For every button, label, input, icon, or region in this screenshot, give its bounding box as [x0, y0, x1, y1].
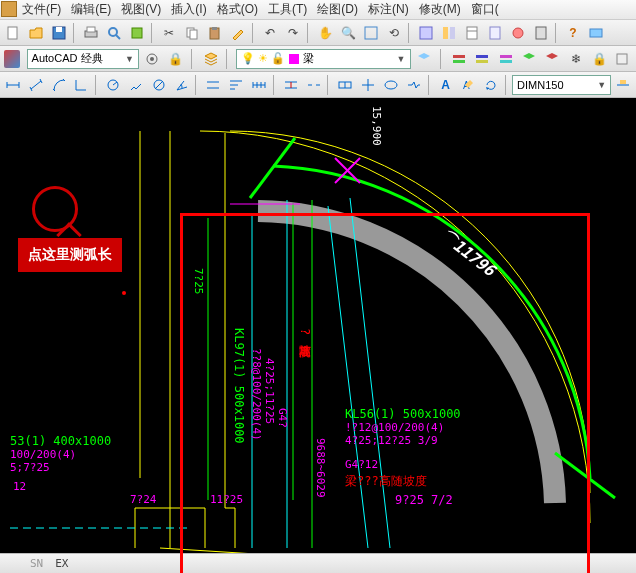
svg-rect-27 [476, 60, 488, 63]
tool-palette-button[interactable] [461, 22, 483, 44]
layer-more-button[interactable] [613, 48, 632, 70]
redo-button[interactable]: ↷ [282, 22, 304, 44]
layer-state1-button[interactable] [449, 48, 468, 70]
menu-format[interactable]: 格式(O) [217, 1, 258, 18]
preview-button[interactable] [103, 22, 125, 44]
bulb-icon: 💡 [241, 52, 255, 65]
left-beam-label: 53(1) 400x1000 [10, 434, 111, 448]
palette-toggle-button[interactable] [585, 22, 607, 44]
dim-radius-button[interactable] [102, 74, 124, 96]
svg-rect-30 [617, 54, 627, 64]
menu-edit[interactable]: 编辑(E) [71, 1, 111, 18]
svg-rect-7 [132, 28, 142, 38]
markup-button[interactable] [507, 22, 529, 44]
sheet-set-button[interactable] [484, 22, 506, 44]
dim-linear-button[interactable] [2, 74, 24, 96]
calc-button[interactable] [530, 22, 552, 44]
copy-button[interactable] [181, 22, 203, 44]
dim-angular-button[interactable] [171, 74, 193, 96]
status-ex[interactable]: EX [55, 557, 68, 570]
svg-rect-26 [476, 55, 488, 58]
dim-jog-button[interactable] [125, 74, 147, 96]
dimstyle-combo[interactable]: DIMN150 ▼ [512, 75, 611, 95]
layer-manager-button[interactable] [201, 48, 220, 70]
dim-inspect-button[interactable] [380, 74, 402, 96]
layer-combo[interactable]: 💡 ☀ 🔓 梁 ▼ [236, 49, 411, 69]
workspace-settings-button[interactable] [143, 48, 162, 70]
menu-tools[interactable]: 工具(T) [268, 1, 307, 18]
svg-rect-29 [500, 60, 512, 63]
publish-button[interactable] [126, 22, 148, 44]
dim-ord-button[interactable] [70, 74, 92, 96]
layer-state2-button[interactable] [473, 48, 492, 70]
dim-continue-button[interactable] [248, 74, 270, 96]
cut-button[interactable]: ✂ [158, 22, 180, 44]
layer-color-swatch [289, 54, 299, 64]
layer-lock-button[interactable]: 🔒 [589, 48, 608, 70]
dim-joglin-button[interactable] [403, 74, 425, 96]
menu-bar: 文件(F) 编辑(E) 视图(V) 插入(I) 格式(O) 工具(T) 绘图(D… [0, 0, 636, 20]
dim-aligned-button[interactable] [25, 74, 47, 96]
bottom-dim1: 7?24 [130, 493, 157, 506]
save-button[interactable] [48, 22, 70, 44]
sun-icon: ☀ [258, 52, 268, 65]
svg-line-44 [155, 81, 163, 89]
menu-file[interactable]: 文件(F) [22, 1, 61, 18]
layer-state3-button[interactable] [496, 48, 515, 70]
layer-off-button[interactable] [543, 48, 562, 70]
svg-rect-4 [87, 27, 95, 32]
dc-button[interactable] [438, 22, 460, 44]
layer-name: 梁 [303, 51, 314, 66]
workspace-combo[interactable]: AutoCAD 经典 ▼ [27, 49, 139, 69]
dimstyle-manager-button[interactable] [612, 74, 634, 96]
svg-line-37 [53, 89, 55, 91]
menu-dimension[interactable]: 标注(N) [368, 1, 409, 18]
dim-tolerance-button[interactable] [334, 74, 356, 96]
dim-baseline-button[interactable] [225, 74, 247, 96]
svg-line-6 [116, 35, 120, 39]
zoom-window-button[interactable] [360, 22, 382, 44]
help-button[interactable]: ? [562, 22, 584, 44]
layer-freeze-button[interactable]: ❄ [566, 48, 585, 70]
pan-button[interactable]: ✋ [314, 22, 336, 44]
match-button[interactable] [227, 22, 249, 44]
paste-button[interactable] [204, 22, 226, 44]
zoom-prev-button[interactable]: ⟲ [383, 22, 405, 44]
layer-prev-button[interactable] [415, 48, 434, 70]
zoom-rt-button[interactable]: 🔍 [337, 22, 359, 44]
svg-rect-21 [590, 29, 602, 37]
menu-insert[interactable]: 插入(I) [171, 1, 206, 18]
open-button[interactable] [25, 22, 47, 44]
dim-center-button[interactable] [357, 74, 379, 96]
layer-iso-button[interactable] [519, 48, 538, 70]
dim-arc-button[interactable] [48, 74, 70, 96]
svg-rect-20 [536, 27, 546, 39]
left-val: 12 [13, 480, 26, 493]
status-snap[interactable]: SN [30, 557, 43, 570]
svg-rect-11 [212, 27, 217, 30]
menu-draw[interactable]: 绘图(D) [317, 1, 358, 18]
dim-update-button[interactable] [480, 74, 502, 96]
dim-quick-button[interactable] [202, 74, 224, 96]
workspace-lock-button[interactable]: 🔒 [166, 48, 185, 70]
lock-open-icon: 🔓 [271, 52, 285, 65]
chevron-down-icon: ▼ [397, 54, 406, 64]
menu-view[interactable]: 视图(V) [121, 1, 161, 18]
dim-edit-button[interactable]: A [435, 74, 457, 96]
dim-diameter-button[interactable] [148, 74, 170, 96]
svg-rect-24 [453, 55, 465, 58]
new-button[interactable] [2, 22, 24, 44]
undo-button[interactable]: ↶ [259, 22, 281, 44]
menu-modify[interactable]: 修改(M) [419, 1, 461, 18]
svg-rect-69 [620, 80, 626, 84]
properties-button[interactable] [415, 22, 437, 44]
svg-point-83 [122, 291, 126, 295]
standard-toolbar: ✂ ↶ ↷ ✋ 🔍 ⟲ ? [0, 20, 636, 46]
menu-window[interactable]: 窗口( [471, 1, 499, 18]
drawing-canvas[interactable]: 点这里测弧长 ⌒11796 KL97(1) 500x1000 ??8 [0, 98, 636, 553]
dim-tedit-button[interactable]: A [457, 74, 479, 96]
dim-break-button[interactable] [303, 74, 325, 96]
svg-rect-9 [190, 30, 197, 39]
dim-space-button[interactable] [280, 74, 302, 96]
plot-button[interactable] [80, 22, 102, 44]
